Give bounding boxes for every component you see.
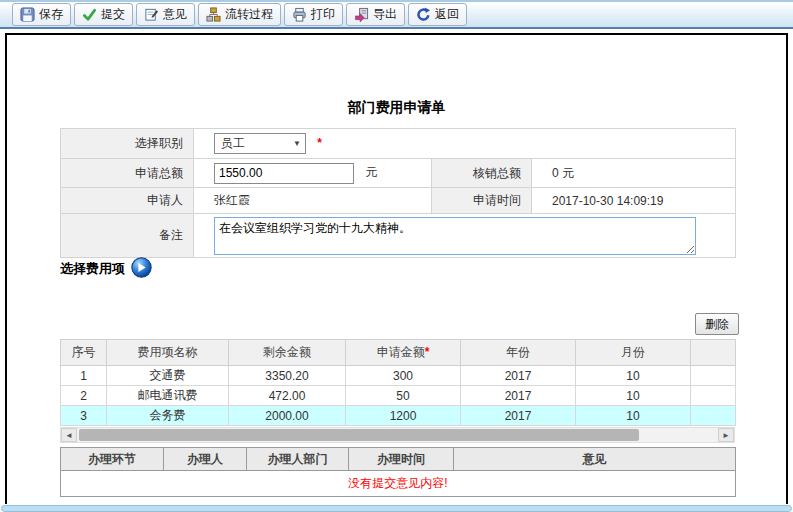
- export-button[interactable]: 导出: [346, 3, 405, 26]
- opinion-button-label: 意见: [163, 6, 187, 23]
- cell-index: 2: [61, 386, 107, 406]
- print-button-label: 打印: [311, 6, 335, 23]
- expense-section-title-text: 选择费用项: [60, 260, 125, 278]
- apply-time-value: 2017-10-30 14:09:19: [552, 194, 663, 208]
- col-header-index: 序号: [61, 340, 107, 366]
- col-header-handler-dept: 办理人部门: [247, 448, 349, 471]
- applicant-label: 申请人: [61, 188, 194, 214]
- save-icon: [20, 7, 35, 22]
- applicant-value: 张红霞: [214, 193, 250, 207]
- expense-table-row[interactable]: 2 邮电通讯费 472.00 50 2017 10: [61, 386, 736, 406]
- printer-icon: [292, 7, 307, 22]
- expense-table-row[interactable]: 1 交通费 3350.20 300 2017 10: [61, 366, 736, 386]
- col-header-process-step: 办理环节: [61, 448, 164, 471]
- scroll-right-button[interactable]: ►: [718, 428, 734, 442]
- col-header-item-name: 费用项名称: [107, 340, 229, 366]
- cell-year: 2017: [461, 406, 576, 426]
- expense-items-table: 序号 费用项名称 剩余金额 申请金额* 年份 月份 1 交通费 3350.20 …: [60, 339, 736, 426]
- remark-label: 备注: [61, 214, 194, 258]
- verified-total-value: 0 元: [552, 166, 574, 180]
- scrollbar-thumb[interactable]: [79, 429, 639, 441]
- remark-textarea[interactable]: 在会议室组织学习党的十九大精神。: [214, 217, 696, 255]
- expense-table-header-row: 序号 费用项名称 剩余金额 申请金额* 年份 月份: [61, 340, 736, 366]
- expense-section-title: 选择费用项: [60, 257, 152, 281]
- verified-total-label: 核销总额: [432, 159, 532, 188]
- export-icon: [354, 7, 369, 22]
- opinion-table-header-row: 办理环节 办理人 办理人部门 办理时间 意见: [61, 448, 736, 471]
- total-amount-label: 申请总额: [61, 159, 194, 188]
- back-refresh-icon: [416, 7, 431, 22]
- bottom-status-bar: [1, 505, 792, 512]
- opinion-button[interactable]: 意见: [136, 3, 195, 26]
- cell-remaining: 2000.00: [229, 406, 346, 426]
- position-select-value: 员工: [221, 135, 245, 152]
- opinion-table: 办理环节 办理人 办理人部门 办理时间 意见 没有提交意见内容!: [60, 447, 736, 497]
- col-header-apply-amount: 申请金额*: [346, 340, 461, 366]
- print-button[interactable]: 打印: [284, 3, 343, 26]
- position-select[interactable]: 员工 ▼: [214, 133, 306, 154]
- flow-chart-icon: [206, 7, 221, 22]
- expense-table-row-selected[interactable]: 3 会务费 2000.00 1200 2017 10: [61, 406, 736, 426]
- chevron-down-icon: ▼: [293, 139, 301, 148]
- no-opinion-message: 没有提交意见内容!: [61, 471, 736, 497]
- cell-month: 10: [576, 366, 691, 386]
- add-expense-item-button[interactable]: [131, 257, 152, 281]
- apply-amount-required-marker: *: [425, 345, 430, 359]
- flow-process-button[interactable]: 流转过程: [198, 3, 281, 26]
- cell-apply-amount[interactable]: 1200: [346, 406, 461, 426]
- cell-index: 3: [61, 406, 107, 426]
- cell-remaining: 472.00: [229, 386, 346, 406]
- total-amount-unit: 元: [365, 165, 377, 179]
- submit-check-icon: [82, 7, 97, 22]
- cell-apply-amount[interactable]: 300: [346, 366, 461, 386]
- cell-item-name: 交通费: [107, 366, 229, 386]
- content-panel: 部门费用申请单 选择职别 员工 ▼ * 申请总额 元 核销总额 0 元 申请人: [5, 33, 788, 504]
- cell-spacer: [691, 366, 736, 386]
- cell-year: 2017: [461, 366, 576, 386]
- col-header-handle-time: 办理时间: [349, 448, 454, 471]
- toolbar: 保存 提交 意见 流转过程 打印 导出 返回: [0, 0, 793, 29]
- col-header-year: 年份: [461, 340, 576, 366]
- save-button-label: 保存: [39, 6, 63, 23]
- position-required-marker: *: [317, 136, 322, 150]
- cell-spacer: [691, 406, 736, 426]
- position-label: 选择职别: [61, 129, 194, 159]
- scroll-left-button[interactable]: ◄: [61, 428, 77, 442]
- col-header-handler: 办理人: [164, 448, 247, 471]
- cell-remaining: 3350.20: [229, 366, 346, 386]
- cell-item-name: 邮电通讯费: [107, 386, 229, 406]
- application-form: 选择职别 员工 ▼ * 申请总额 元 核销总额 0 元 申请人 张红霞 申请时间…: [60, 128, 736, 258]
- cell-index: 1: [61, 366, 107, 386]
- apply-time-label: 申请时间: [432, 188, 532, 214]
- delete-button[interactable]: 删除: [695, 313, 739, 335]
- submit-button-label: 提交: [101, 6, 125, 23]
- total-amount-input[interactable]: [214, 163, 354, 184]
- col-header-spacer: [691, 340, 736, 366]
- back-button-label: 返回: [435, 6, 459, 23]
- back-button[interactable]: 返回: [408, 3, 467, 26]
- cell-spacer: [691, 386, 736, 406]
- col-header-month: 月份: [576, 340, 691, 366]
- cell-item-name: 会务费: [107, 406, 229, 426]
- opinion-note-icon: [144, 7, 159, 22]
- horizontal-scrollbar[interactable]: ◄ ►: [60, 427, 735, 443]
- cell-month: 10: [576, 406, 691, 426]
- cell-month: 10: [576, 386, 691, 406]
- cell-apply-amount[interactable]: 50: [346, 386, 461, 406]
- save-button[interactable]: 保存: [12, 3, 71, 26]
- opinion-empty-row: 没有提交意见内容!: [61, 471, 736, 497]
- export-button-label: 导出: [373, 6, 397, 23]
- col-header-opinion: 意见: [454, 448, 736, 471]
- cell-year: 2017: [461, 386, 576, 406]
- flow-process-button-label: 流转过程: [225, 6, 273, 23]
- page-title: 部门费用申请单: [7, 99, 786, 117]
- submit-button[interactable]: 提交: [74, 3, 133, 26]
- col-header-remaining: 剩余金额: [229, 340, 346, 366]
